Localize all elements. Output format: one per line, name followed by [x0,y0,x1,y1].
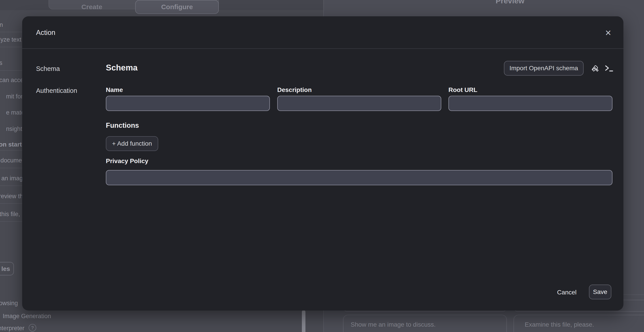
root-url-label: Root URL [448,86,477,94]
bg-text-line: can acce [0,77,24,84]
schema-section-heading: Schema [106,63,138,72]
bg-fragment-analyze-text: lyze text [0,36,21,43]
screen: Create Configure Preview n lyze text s c… [0,0,644,332]
tab-create[interactable]: Create [48,0,135,14]
privacy-policy-label: Privacy Policy [106,158,148,165]
divider [0,221,22,222]
divider [0,70,22,71]
divider [0,203,22,204]
divider [0,47,22,47]
name-label: Name [106,86,123,94]
bg-capability-code-interpreter: nterpreter [0,325,24,332]
preview-starter-pill[interactable]: Show me an image to discuss. [343,315,507,332]
cancel-button[interactable]: Cancel [553,288,580,297]
functions-heading: Functions [106,122,139,130]
bg-upload-files-label: les [1,265,10,272]
bg-capability-image-generation: Image Generation [3,313,51,320]
divider [0,186,22,186]
divider [0,168,22,168]
preview-heading: Preview [496,0,524,5]
bg-fragment-label: n [0,22,3,28]
divider [0,32,22,32]
bg-capability-web-browsing: owsing [0,300,18,307]
import-openapi-schema-button[interactable]: Import OpenAPI schema [504,61,584,76]
bg-starter-row: this file, [0,211,20,218]
name-input[interactable] [106,96,270,111]
preview-starter-pill[interactable]: Examine this file, please. [514,315,644,332]
close-icon[interactable]: × [602,26,615,39]
description-label: Description [277,86,312,94]
sidebar-item-schema[interactable]: Schema [36,65,60,72]
modal-title: Action [36,16,55,49]
bg-starter-row: an imag [1,175,23,182]
terminal-icon[interactable] [604,64,614,72]
privacy-policy-input[interactable] [106,170,612,185]
save-button[interactable]: Save [589,284,611,299]
description-input[interactable] [277,96,441,111]
bg-starter-row: docume [0,157,22,164]
add-function-button[interactable]: + Add function [106,136,158,151]
divider [0,150,22,150]
bg-starter-row: review th [0,193,23,200]
root-url-input[interactable] [448,96,612,111]
bg-conversation-starters-label: on starte [0,141,25,148]
action-modal: Action × Schema Authentication Schema Im… [22,16,624,310]
sidebar-item-authentication[interactable]: Authentication [36,87,77,94]
bg-fragment-label-s: s [0,60,2,66]
tab-configure[interactable]: Configure [135,0,219,14]
scrollbar-thumb[interactable] [302,310,306,332]
help-icon[interactable]: ? [29,324,36,332]
modal-header: Action × [22,16,624,49]
pen-nib-icon[interactable] [590,64,600,73]
